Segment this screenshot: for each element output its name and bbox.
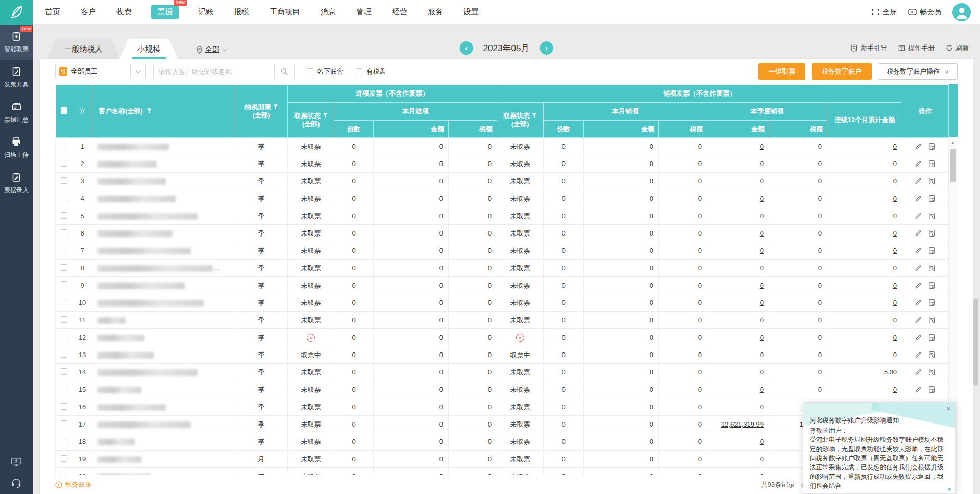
y12-total-link[interactable]: 0 [893,212,897,220]
quarter-amount-link[interactable]: 0 [760,229,764,237]
header-in-fetch-status[interactable]: 取票状态(全部) [288,103,334,138]
edit-icon[interactable] [915,386,922,393]
edit-icon[interactable] [915,351,922,359]
next-month-button[interactable]: › [540,41,553,55]
view-invoice-icon[interactable] [928,143,936,150]
row-checkbox[interactable] [61,177,67,184]
y12-total-link[interactable]: 5.00 [884,368,897,376]
nav-item-tax-filing[interactable]: 报税 [233,5,250,19]
row-checkbox[interactable] [61,473,67,475]
view-invoice-icon[interactable] [928,316,936,324]
header-customer-name[interactable]: 客户名称(全部) [92,85,235,138]
view-invoice-icon[interactable] [928,229,936,237]
nav-item-fees[interactable]: 收费 [115,5,133,19]
y12-total-link[interactable]: 0 [893,351,897,359]
search-button[interactable] [274,64,295,79]
filter-funnel-icon[interactable] [323,113,328,119]
nav-item-messages[interactable]: 消息 [320,5,337,19]
manual-link[interactable]: 操作手册 [898,43,935,53]
quarter-amount-link[interactable]: 0 [760,438,764,445]
view-invoice-icon[interactable] [928,368,936,376]
column-settings-gear[interactable] [72,85,92,138]
edit-icon[interactable] [915,229,922,237]
quarter-amount-link[interactable]: 0 [760,177,764,185]
sidebar-item-smart-ticket-fetch[interactable]: 智能取票new [0,25,33,60]
edit-icon[interactable] [915,299,922,307]
quarter-amount-link[interactable]: 0 [760,473,764,475]
quarter-amount-link[interactable]: 0 [760,403,764,411]
tax-digital-ops-dropdown[interactable]: 税务数字账户操作 ∨ [878,63,958,80]
view-invoice-icon[interactable] [928,281,936,289]
header-out-fetch-status[interactable]: 取票状态(全部) [497,103,544,138]
view-invoice-icon[interactable] [928,160,936,168]
row-checkbox[interactable] [61,229,67,236]
edit-icon[interactable] [915,281,922,289]
quarter-amount-link[interactable]: 0 [760,281,764,289]
y12-total-link[interactable]: 0 [893,229,897,237]
view-invoice-icon[interactable] [928,334,936,341]
quarter-amount-link[interactable]: 0 [760,386,764,393]
customer-service-icon[interactable] [11,478,22,489]
nav-item-services[interactable]: 服务 [427,5,444,19]
quarter-amount-link[interactable]: 0 [760,351,764,359]
quarter-amount-link[interactable]: 0 [760,247,764,254]
nav-item-invoices[interactable]: 票据new [151,5,179,19]
fullscreen-button[interactable]: 全屏 [872,8,897,17]
tab-small-scale[interactable]: 小规模 [120,39,178,59]
quarter-amount-link[interactable]: 0 [760,316,764,324]
scroll-more-icon[interactable]: ▼ [947,487,952,492]
row-checkbox[interactable] [61,334,67,340]
y12-total-link[interactable]: 0 [893,160,897,168]
quarter-amount-link[interactable]: 0 [760,143,764,150]
row-checkbox[interactable] [61,160,67,167]
tab-general-taxpayer[interactable]: 一般纳税人 [47,39,120,59]
y12-total-link[interactable]: 0 [893,247,897,254]
row-checkbox[interactable] [61,386,67,392]
nav-item-home[interactable]: 首页 [44,5,61,19]
quarter-amount-link[interactable]: 0 [760,334,764,341]
nav-item-settings[interactable]: 设置 [462,5,480,19]
page-scrollbar-thumb[interactable] [973,299,978,386]
y12-total-link[interactable]: 0 [893,143,897,150]
quarter-amount-link[interactable]: 0 [760,455,764,463]
view-invoice-icon[interactable] [928,264,936,272]
quarter-amount-link[interactable]: 0 [760,299,764,307]
client-download-icon[interactable] [11,457,22,467]
select-all-checkbox[interactable] [56,85,72,138]
row-checkbox[interactable] [61,281,67,288]
y12-total-link[interactable]: 0 [893,281,897,289]
refresh-link[interactable]: 刷新 [946,43,969,53]
quarter-amount-link[interactable]: 12,621,319.99 [721,420,764,428]
one-click-fetch-button[interactable]: 一键取票 [758,63,805,80]
filter-funnel-icon[interactable] [532,113,537,119]
row-checkbox[interactable] [61,264,67,271]
y12-total-link[interactable]: 0 [893,386,897,393]
edit-icon[interactable] [915,316,922,324]
edit-icon[interactable] [915,195,922,202]
sidebar-item-scan-upload[interactable]: 扫描上传 [0,130,33,166]
edit-icon[interactable] [915,264,922,272]
search-input[interactable] [153,64,275,79]
header-tax-period[interactable]: 纳税期限 (全部) [235,85,288,138]
row-checkbox[interactable] [61,247,67,253]
nav-item-customers[interactable]: 客户 [80,5,97,19]
sidebar-item-invoice-summary[interactable]: 票据汇总 [0,95,33,130]
row-checkbox[interactable] [61,351,67,358]
quarter-amount-link[interactable]: 0 [760,368,764,376]
nav-item-management[interactable]: 管理 [355,5,373,19]
tax-policy-link[interactable]: 税务政策 [55,480,92,489]
filter-funnel-icon[interactable] [146,108,152,114]
row-checkbox[interactable] [61,403,67,410]
member-button[interactable]: 畅会员 [908,8,941,17]
app-logo[interactable] [0,0,33,25]
filter-funnel-icon[interactable] [273,104,278,110]
row-checkbox[interactable] [61,143,67,149]
edit-icon[interactable] [915,247,922,254]
row-checkbox[interactable] [61,195,67,201]
row-checkbox[interactable] [61,438,67,444]
row-checkbox[interactable] [61,316,67,323]
row-checkbox[interactable] [61,455,67,462]
scroll-up-arrow[interactable]: ▲ [948,140,958,145]
edit-icon[interactable] [915,143,922,150]
prev-month-button[interactable]: ‹ [460,41,473,55]
